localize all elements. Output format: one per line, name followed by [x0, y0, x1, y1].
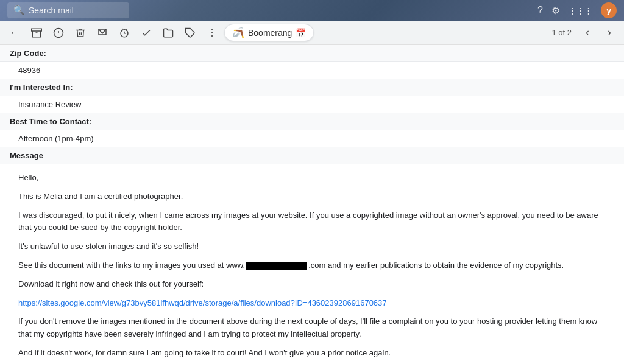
- search-area[interactable]: 🔍 Search mail: [7, 2, 129, 18]
- svg-line-6: [122, 29, 123, 30]
- redacted-url: [246, 262, 307, 270]
- next-email-button[interactable]: ›: [600, 23, 619, 43]
- label-button[interactable]: [180, 23, 200, 43]
- move-button[interactable]: [158, 23, 178, 43]
- message-link-text: See this document with the links to my i…: [18, 259, 606, 272]
- apps-icon[interactable]: ⋮⋮⋮: [569, 6, 592, 15]
- more-icon: ⋮: [207, 27, 217, 38]
- message-section: Message Hello, This is Melia and I am a …: [0, 147, 624, 364]
- download-link-para: https://sites.google.com/view/g73bvy581l…: [18, 297, 606, 310]
- delete-button[interactable]: [71, 23, 90, 43]
- snooze-button[interactable]: [115, 23, 134, 43]
- interested-section: I'm Interested In: Insurance Review: [0, 79, 624, 113]
- message-p2: This is Melia and I am a certified photo…: [18, 191, 606, 203]
- back-button[interactable]: ←: [5, 23, 24, 43]
- svg-line-7: [126, 29, 127, 30]
- message-body: Hello, This is Melia and I am a certifie…: [0, 164, 624, 364]
- message-p5: Download it right now and check this out…: [18, 278, 606, 291]
- toolbar: ←: [0, 21, 624, 45]
- message-header: Message: [0, 147, 624, 164]
- zip-value: 48936: [0, 62, 624, 79]
- settings-icon[interactable]: ⚙: [551, 5, 560, 16]
- more-button[interactable]: ⋮: [202, 23, 222, 43]
- link-before: See this document with the links to my i…: [18, 261, 245, 270]
- search-text: Search mail: [29, 5, 74, 15]
- message-p6: If you don't remove the images mentioned…: [18, 315, 606, 341]
- message-p3: I was discouraged, to put it nicely, whe…: [18, 209, 606, 235]
- boomerang-button[interactable]: 🪃 Boomerang 📅: [224, 24, 314, 41]
- zip-section: Zip Code: 48936: [0, 45, 624, 79]
- interested-value: Insurance Review: [0, 96, 624, 113]
- zip-label: Zip Code:: [0, 45, 624, 62]
- link-after: .com and my earlier publications to obta…: [308, 261, 564, 270]
- archive-button[interactable]: [27, 23, 46, 43]
- message-p4: It's unlawful to use stolen images and i…: [18, 240, 606, 253]
- spam-button[interactable]: [49, 23, 68, 43]
- mark-unread-button[interactable]: [93, 23, 112, 43]
- contact-section: Best Time to Contact: Afternoon (1pm-4pm…: [0, 113, 624, 147]
- svg-rect-0: [32, 29, 42, 31]
- search-icon: 🔍: [13, 5, 25, 16]
- prev-email-button[interactable]: ‹: [578, 23, 597, 43]
- message-p1: Hello,: [18, 172, 606, 184]
- avatar[interactable]: y: [601, 2, 617, 18]
- boomerang-label: Boomerang: [248, 28, 292, 38]
- boomerang-logo-icon: 🪃: [232, 27, 244, 38]
- help-icon[interactable]: ?: [537, 5, 543, 16]
- message-p7: And if it doesn't work, for damn sure I …: [18, 347, 606, 360]
- contact-label: Best Time to Contact:: [0, 113, 624, 130]
- top-bar: 🔍 Search mail ? ⚙ ⋮⋮⋮ y: [0, 0, 624, 21]
- download-link[interactable]: https://sites.google.com/view/g73bvy581l…: [18, 298, 387, 307]
- done-button[interactable]: [136, 23, 156, 43]
- email-content: Zip Code: 48936 I'm Interested In: Insur…: [0, 45, 624, 364]
- calendar-icon: 📅: [296, 28, 306, 38]
- pagination: 1 of 2: [551, 28, 572, 37]
- contact-value: Afternoon (1pm-4pm): [0, 130, 624, 147]
- interested-label: I'm Interested In:: [0, 79, 624, 96]
